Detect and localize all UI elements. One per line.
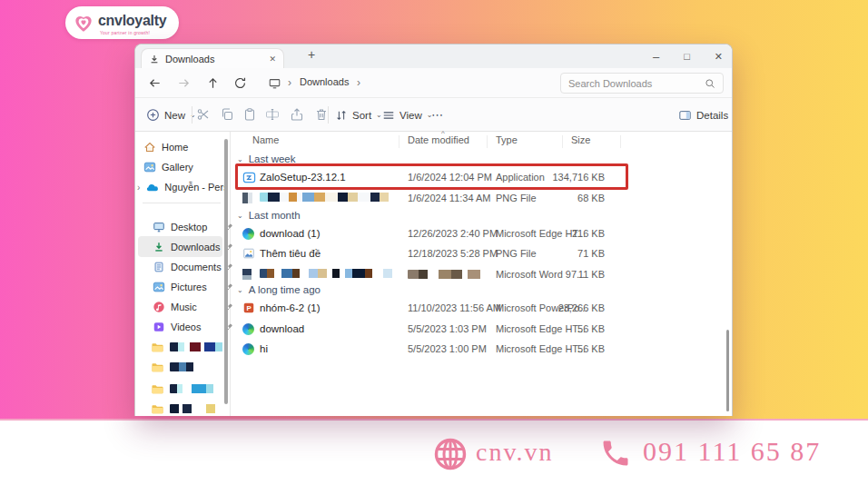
file-row-hi[interactable]: hi 5/5/2023 1:00 PM Microsoft Edge HT...… [232, 338, 732, 360]
heart-icon [72, 11, 95, 35]
address-bar: › Downloads › Search Downloads [135, 68, 732, 98]
new-tab-button[interactable]: + [303, 47, 320, 62]
page: cnvloyalty Your partner in growth! Downl… [0, 0, 868, 485]
delete-icon[interactable] [314, 107, 329, 122]
file-row-download-1[interactable]: download (1) 12/26/2023 2:40 PM Microsof… [232, 223, 732, 244]
tab-strip: Downloads ✕ + – □ ✕ [135, 45, 732, 68]
sidebar-item-folder[interactable] [151, 380, 242, 398]
search-input[interactable]: Search Downloads [560, 73, 724, 94]
tab-close-icon[interactable]: ✕ [269, 54, 276, 64]
column-header-name[interactable]: Name [252, 134, 279, 149]
sort-label: Sort [352, 110, 371, 121]
sidebar-item-folder[interactable] [151, 400, 242, 418]
up-icon[interactable] [206, 76, 220, 90]
tab-downloads[interactable]: Downloads ✕ [141, 48, 284, 68]
censored-file-icon [242, 193, 252, 203]
brand-name: cnvloyalty [98, 13, 166, 29]
highlight-annotation [235, 163, 628, 190]
sidebar-item-onedrive[interactable]: › Nguyễn - Person [137, 178, 228, 196]
cut-icon[interactable] [196, 107, 211, 122]
search-placeholder: Search Downloads [568, 78, 652, 89]
onedrive-icon [145, 182, 159, 193]
search-icon[interactable] [705, 78, 715, 89]
svg-text:P: P [246, 304, 251, 312]
censored-folder-name [170, 362, 201, 371]
window-body: Home Gallery › Nguyễn - Person [135, 132, 732, 416]
censored-folder-name [170, 384, 222, 393]
sidebar-item-folder[interactable] [151, 338, 242, 356]
rename-icon[interactable] [265, 107, 280, 122]
more-button[interactable]: ⋯ [431, 98, 443, 132]
details-button[interactable]: Details [678, 98, 728, 132]
window-controls: – □ ✕ [653, 45, 723, 68]
close-button[interactable]: ✕ [715, 52, 723, 62]
file-row-them-tieu-de[interactable]: Thêm tiêu đề 12/18/2023 5:28 PM PNG File… [232, 242, 732, 264]
music-icon [153, 301, 165, 313]
refresh-icon[interactable] [233, 76, 247, 90]
details-icon [678, 109, 692, 122]
breadcrumb-chevron-icon: › [288, 76, 291, 89]
back-icon[interactable] [148, 76, 162, 90]
footer-website[interactable]: cnv.vn [476, 438, 554, 467]
file-row-nhom-6-2[interactable]: P nhóm-6-2 (1) 11/10/2023 11:56 AM Micro… [232, 297, 732, 319]
breadcrumb-chevron-icon: › [357, 76, 360, 89]
powerpoint-icon: P [242, 302, 255, 314]
column-header-size[interactable]: Size [571, 134, 590, 149]
phone-icon [599, 437, 632, 470]
sidebar-item-desktop[interactable]: Desktop [153, 218, 243, 236]
column-header-date[interactable]: Date modified [408, 134, 469, 149]
edge-icon [242, 228, 254, 240]
sidebar-item-pictures[interactable]: Pictures [153, 278, 243, 296]
videos-icon [153, 321, 165, 333]
group-header-long-ago[interactable]: ⌄ A long time ago [237, 282, 321, 297]
chevron-down-icon: ⌄ [237, 286, 243, 294]
file-explorer-window: Downloads ✕ + – □ ✕ [134, 44, 733, 416]
folder-icon [151, 383, 164, 395]
expand-chevron-icon[interactable]: › [137, 183, 140, 193]
sidebar-item-videos[interactable]: Videos [153, 318, 243, 336]
sidebar-item-home[interactable]: Home [143, 138, 234, 156]
column-header-type[interactable]: Type [496, 134, 518, 149]
view-button[interactable]: View ⌄ [382, 98, 432, 132]
view-label: View [399, 110, 422, 121]
sort-button[interactable]: Sort ⌄ [335, 98, 382, 132]
censored-file-date [408, 270, 486, 279]
monitor-icon[interactable] [268, 77, 281, 90]
edge-icon [242, 343, 254, 355]
sidebar-scrollbar[interactable] [224, 139, 228, 404]
maximize-button[interactable]: □ [684, 52, 690, 62]
new-label: New [164, 110, 185, 121]
sidebar-item-gallery[interactable]: Gallery [143, 158, 234, 176]
toolbar: New ⌄ [135, 98, 732, 132]
group-header-last-month[interactable]: ⌄ Last month [237, 208, 301, 223]
file-row-download[interactable]: download 5/5/2023 1:03 PM Microsoft Edge… [232, 318, 732, 340]
image-icon [242, 247, 255, 260]
footer-phone[interactable]: 091 111 65 87 [643, 436, 821, 467]
sidebar-item-downloads[interactable]: Downloads [153, 238, 243, 256]
file-row-censored[interactable]: 1/6/2024 11:34 AM PNG File 68 KB [232, 187, 732, 209]
paste-icon[interactable] [242, 107, 257, 122]
share-icon[interactable] [290, 107, 304, 122]
home-icon [143, 141, 156, 153]
forward-icon[interactable] [177, 76, 191, 90]
minimize-button[interactable]: – [653, 51, 659, 63]
new-button[interactable]: New ⌄ [146, 98, 196, 132]
censored-folder-name [170, 404, 221, 413]
folder-icon [151, 361, 164, 373]
pictures-icon [153, 281, 165, 293]
view-icon [382, 109, 395, 122]
desktop-icon [153, 221, 165, 233]
edge-icon [242, 323, 254, 335]
folder-icon [151, 403, 164, 415]
breadcrumb-downloads[interactable]: Downloads [300, 76, 349, 87]
chevron-down-icon: ⌄ [376, 111, 382, 119]
copy-icon[interactable] [220, 107, 234, 122]
file-list-scrollbar[interactable] [726, 330, 729, 411]
documents-icon [153, 261, 165, 273]
new-icon [146, 108, 160, 122]
downloads-icon [153, 241, 165, 253]
sidebar-item-music[interactable]: Music [153, 298, 243, 316]
sidebar: Home Gallery › Nguyễn - Person [135, 132, 231, 416]
sidebar-item-documents[interactable]: Documents [153, 258, 243, 276]
sidebar-item-folder[interactable] [151, 358, 242, 376]
